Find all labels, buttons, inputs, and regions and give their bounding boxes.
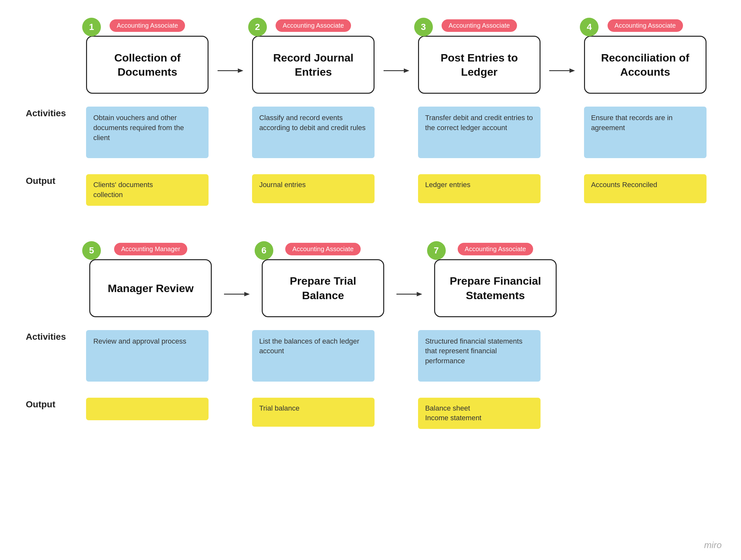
role-badge-4: Accounting Associate [608, 19, 683, 32]
process-box-7: Prepare FinancialStatements [434, 259, 557, 317]
svg-marker-1 [238, 69, 243, 73]
process-title-2: Record JournalEntries [273, 51, 353, 79]
step-number-6: 6 [255, 241, 273, 260]
process-section-2: 5 Accounting Manager Manager Review [26, 243, 715, 317]
svg-marker-7 [244, 292, 250, 296]
activity-col-1: Obtain vouchers and other documents requ… [77, 102, 217, 163]
activities-row-2: Activities Review and approval process L… [26, 325, 715, 386]
output-col-7: Balance sheetIncome statement [409, 393, 549, 434]
step-number-3: 3 [414, 18, 433, 36]
activity-col-3: Transfer debit and credit entries to the… [409, 102, 549, 163]
output-box-1: Clients' documentscollection [86, 174, 209, 206]
activity-col-4: Ensure that records are in agreement [575, 102, 715, 163]
process-title-3: Post Entries toLedger [441, 51, 518, 79]
process-title-5: Manager Review [108, 281, 193, 295]
activity-box-4: Ensure that records are in agreement [584, 106, 706, 158]
activity-col-7: Structured financial statements that rep… [409, 325, 549, 386]
activities-label-1: Activities [26, 102, 77, 163]
step-unit-4: 4 Accounting Associate Reconciliation of… [575, 19, 715, 94]
activities-row-1: Activities Obtain vouchers and other doc… [26, 102, 715, 163]
output-boxes-2: Trial balance Balance sheetIncome statem… [77, 393, 715, 434]
activity-text-3: Transfer debit and credit entries to the… [425, 113, 533, 133]
step-inner-3: 3 Accounting Associate Post Entries toLe… [409, 19, 549, 94]
process-box-5: Manager Review [89, 259, 212, 317]
output-col-4: Accounts Reconciled [575, 169, 715, 211]
activity-text-7: Structured financial statements that rep… [425, 336, 533, 366]
step-unit-7: 7 Accounting Associate Prepare Financial… [422, 243, 569, 317]
output-text-3: Ledger entries [425, 180, 471, 190]
step-inner-5: 5 Accounting Manager Manager Review [77, 243, 224, 317]
arrow-6-7 [396, 291, 422, 298]
step-inner-4: 4 Accounting Associate Reconciliation of… [575, 19, 715, 94]
activity-box-7: Structured financial statements that rep… [418, 330, 541, 382]
step-number-1: 1 [82, 18, 101, 36]
arrow-1-2 [217, 67, 243, 74]
activity-text-2: Classify and record events according to … [259, 113, 367, 133]
arrow-3-4 [549, 67, 575, 74]
activity-col-2: Classify and record events according to … [243, 102, 384, 163]
process-title-1: Collection ofDocuments [114, 51, 181, 79]
process-title-6: Prepare TrialBalance [290, 274, 356, 302]
process-box-6: Prepare TrialBalance [262, 259, 384, 317]
process-box-4: Reconciliation ofAccounts [584, 36, 706, 94]
step-unit-5: 5 Accounting Manager Manager Review [77, 243, 224, 317]
main-container: 1 Accounting Associate Collection ofDocu… [0, 0, 741, 453]
step-unit-3: 3 Accounting Associate Post Entries toLe… [409, 19, 549, 94]
process-steps-row-1: 1 Accounting Associate Collection ofDocu… [77, 19, 715, 94]
output-col-2: Journal entries [243, 169, 384, 211]
miro-watermark: miro [704, 540, 722, 550]
row-1: 1 Accounting Associate Collection ofDocu… [26, 19, 715, 211]
role-badge-3: Accounting Associate [442, 19, 517, 32]
activity-text-1: Obtain vouchers and other documents requ… [93, 113, 201, 143]
output-col-6: Trial balance [243, 393, 384, 434]
step-inner-2: 2 Accounting Associate Record JournalEnt… [243, 19, 384, 94]
activity-text-4: Ensure that records are in agreement [591, 113, 699, 133]
output-text-6: Trial balance [259, 403, 299, 413]
role-badge-1: Accounting Associate [110, 19, 185, 32]
svg-marker-3 [404, 69, 409, 73]
step-unit-2: 2 Accounting Associate Record JournalEnt… [243, 19, 384, 94]
process-box-1: Collection ofDocuments [86, 36, 209, 94]
svg-marker-5 [569, 69, 575, 73]
activity-box-2: Classify and record events according to … [252, 106, 375, 158]
output-boxes-1: Clients' documentscollection Journal ent… [77, 169, 715, 211]
step-unit-1: 1 Accounting Associate Collection ofDocu… [77, 19, 217, 94]
step-number-2: 2 [248, 18, 267, 36]
output-text-2: Journal entries [259, 180, 306, 190]
activity-box-5: Review and approval process [86, 330, 209, 382]
activity-text-5: Review and approval process [93, 336, 186, 346]
process-steps-row-2: 5 Accounting Manager Manager Review [77, 243, 715, 317]
role-badge-5: Accounting Manager [114, 243, 187, 255]
output-label-1: Output [26, 169, 77, 211]
output-box-5 [86, 398, 209, 420]
step-unit-6: 6 Accounting Associate Prepare TrialBala… [250, 243, 396, 317]
output-col-5 [77, 393, 217, 434]
process-title-7: Prepare FinancialStatements [450, 274, 541, 302]
output-text-7: Balance sheetIncome statement [425, 403, 481, 423]
output-box-4: Accounts Reconciled [584, 174, 706, 203]
output-row-1: Output Clients' documentscollection Jour… [26, 169, 715, 211]
arrow-5-6 [224, 291, 250, 298]
output-row-2: Output Trial balance Balance sheetInco [26, 393, 715, 434]
activities-label-2: Activities [26, 325, 77, 386]
step-inner-1: 1 Accounting Associate Collection ofDocu… [77, 19, 217, 94]
step-number-5: 5 [82, 241, 101, 260]
process-title-4: Reconciliation ofAccounts [601, 51, 689, 79]
step-number-4: 4 [580, 18, 599, 36]
output-col-3: Ledger entries [409, 169, 549, 211]
output-box-3: Ledger entries [418, 174, 541, 203]
process-box-3: Post Entries toLedger [418, 36, 541, 94]
activity-col-6: List the balances of each ledger account [243, 325, 384, 386]
output-text-1: Clients' documentscollection [93, 180, 153, 200]
activity-box-6: List the balances of each ledger account [252, 330, 375, 382]
output-label-2: Output [26, 393, 77, 434]
activity-box-3: Transfer debit and credit entries to the… [418, 106, 541, 158]
activity-text-6: List the balances of each ledger account [259, 336, 367, 356]
output-box-6: Trial balance [252, 398, 375, 427]
role-badge-7: Accounting Associate [458, 243, 533, 255]
svg-marker-9 [416, 292, 422, 296]
activities-boxes-1: Obtain vouchers and other documents requ… [77, 102, 715, 163]
step-inner-7: 7 Accounting Associate Prepare Financial… [422, 243, 569, 317]
output-col-1: Clients' documentscollection [77, 169, 217, 211]
activity-col-5: Review and approval process [77, 325, 217, 386]
